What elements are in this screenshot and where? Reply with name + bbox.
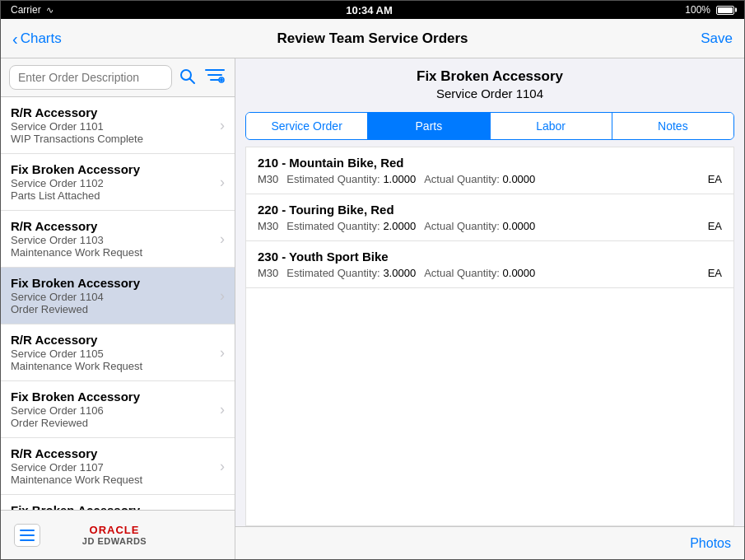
hamburger-line [20,539,35,541]
svg-point-6 [220,78,223,82]
battery-label: 100% [685,4,710,16]
list-item-subtitle: Service Order 1105 [11,348,215,360]
tab-notes[interactable]: Notes [612,113,733,139]
oracle-text: ORACLE [82,524,147,536]
chevron-right-icon: › [220,344,225,362]
chevron-right-icon: › [220,458,225,475]
order-subtitle: Service Order 1104 [249,86,731,100]
list-item-subtitle: Service Order 1102 [11,177,215,189]
list-item-title: R/R Accessory [11,105,215,119]
status-bar: Carrier ∿ 10:34 AM 100% [1,1,744,19]
list-item-title: Fix Broken Accessory [11,503,215,510]
tab-parts[interactable]: Parts [368,113,490,139]
hamburger-line [20,530,35,531]
status-time: 10:34 AM [346,4,393,16]
carrier-label: Carrier [11,4,41,16]
parts-row[interactable]: 210 - Mountain Bike, Red M30 Estimated Q… [246,147,733,194]
list-item[interactable]: Fix Broken Accessory Service Order 1104 … [1,268,235,324]
parts-row[interactable]: 220 - Touring Bike, Red M30 Estimated Qu… [246,194,733,241]
left-bottom-bar: ORACLE JD EDWARDS [1,510,235,559]
est-quantity-label: Estimated Quantity: 2.0000 [286,220,416,232]
page-title: Review Team Service Orders [277,30,468,47]
search-bar [1,58,235,97]
list-item[interactable]: R/R Accessory Service Order 1107 Mainten… [1,438,235,495]
list-item-text: Fix Broken Accessory Service Order 1104 … [11,276,215,315]
search-input[interactable] [9,65,172,90]
act-quantity-label: Actual Quantity: 0.0000 [424,267,535,279]
part-code: M30 [258,173,278,185]
tab-labor[interactable]: Labor [491,113,612,139]
right-panel: Fix Broken Accessory Service Order 1104 … [235,58,744,559]
save-button[interactable]: Save [659,30,733,47]
list-scroll: R/R Accessory Service Order 1101 WIP Tra… [1,97,235,510]
part-code: M30 [258,220,278,232]
list-item[interactable]: R/R Accessory Service Order 1101 WIP Tra… [1,97,235,154]
search-icon[interactable] [179,68,197,88]
part-unit: EA [708,173,722,185]
list-item-text: R/R Accessory Service Order 1103 Mainten… [11,219,215,259]
list-item-subtitle: Service Order 1103 [11,234,215,246]
act-quantity-label: Actual Quantity: 0.0000 [424,220,535,232]
part-details: M30 Estimated Quantity: 3.0000 Actual Qu… [258,267,722,279]
act-quantity-label: Actual Quantity: 0.0000 [424,173,535,185]
part-unit: EA [708,267,722,279]
status-left: Carrier ∿ [11,4,54,16]
part-code: M30 [258,267,278,279]
oracle-logo: ORACLE JD EDWARDS [82,524,147,546]
list-item-text: R/R Accessory Service Order 1101 WIP Tra… [11,105,215,145]
list-item-subtitle: Service Order 1106 [11,404,215,417]
parts-row[interactable]: 230 - Youth Sport Bike M30 Estimated Qua… [246,241,733,288]
list-item-text: R/R Accessory Service Order 1105 Mainten… [11,333,215,372]
list-item-detail: Maintenance Work Request [11,246,215,259]
svg-rect-3 [207,74,222,76]
part-title: 220 - Touring Bike, Red [258,203,722,217]
part-details: M30 Estimated Quantity: 2.0000 Actual Qu… [258,220,722,232]
nav-bar: ‹ Charts Review Team Service Orders Save [1,19,744,58]
list-item-title: Fix Broken Accessory [11,162,215,176]
list-item-detail: Order Reviewed [11,417,215,429]
tab-bar: Service OrderPartsLaborNotes [245,112,734,140]
wifi-icon: ∿ [46,5,54,16]
est-quantity-label: Estimated Quantity: 3.0000 [286,267,416,279]
list-item-text: Fix Broken Accessory Service Order 1102 … [11,162,215,202]
list-item-text: Fix Broken Accessory Service Order 1106 … [11,390,215,429]
oracle-sub: JD EDWARDS [82,536,147,546]
list-item-detail: WIP Transactions Complete [11,133,215,145]
status-right: 100% [685,4,734,16]
list-item-title: R/R Accessory [11,219,215,233]
list-item-title: Fix Broken Accessory [11,390,215,404]
part-unit: EA [708,220,722,232]
chevron-right-icon: › [220,287,225,305]
svg-line-1 [190,78,195,83]
battery-icon [716,6,734,15]
list-item[interactable]: R/R Accessory Service Order 1105 Mainten… [1,324,235,381]
main-content: R/R Accessory Service Order 1101 WIP Tra… [1,58,744,559]
list-item-detail: Maintenance Work Request [11,474,215,486]
list-item[interactable]: R/R Accessory Service Order 1103 Mainten… [1,211,235,268]
tab-service-order[interactable]: Service Order [246,113,368,139]
parts-content: 210 - Mountain Bike, Red M30 Estimated Q… [245,147,734,526]
est-quantity-label: Estimated Quantity: 1.0000 [286,173,416,185]
chevron-right-icon: › [220,174,225,191]
part-details: M30 Estimated Quantity: 1.0000 Actual Qu… [258,173,722,185]
hamburger-button[interactable] [14,524,40,547]
svg-rect-4 [210,79,220,81]
list-item-detail: Maintenance Work Request [11,360,215,372]
list-item[interactable]: Fix Broken Accessory Service Order 1102 … [1,154,235,211]
filter-icon[interactable] [203,66,226,90]
chevron-left-icon: ‹ [12,30,18,47]
back-button[interactable]: ‹ Charts [12,30,86,47]
list-item-title: R/R Accessory [11,446,215,460]
hamburger-line [20,534,35,536]
list-item[interactable]: Fix Broken Accessory Service Order 1108 … [1,495,235,510]
photos-button[interactable]: Photos [690,536,731,551]
list-item[interactable]: Fix Broken Accessory Service Order 1106 … [1,381,235,438]
list-item-title: Fix Broken Accessory [11,276,215,290]
order-title: Fix Broken Accessory [249,68,731,85]
chevron-right-icon: › [220,117,225,134]
left-panel: R/R Accessory Service Order 1101 WIP Tra… [1,58,235,559]
chevron-right-icon: › [220,231,225,248]
part-title: 230 - Youth Sport Bike [258,250,722,264]
list-item-text: Fix Broken Accessory Service Order 1108 … [11,503,215,510]
list-item-title: R/R Accessory [11,333,215,347]
